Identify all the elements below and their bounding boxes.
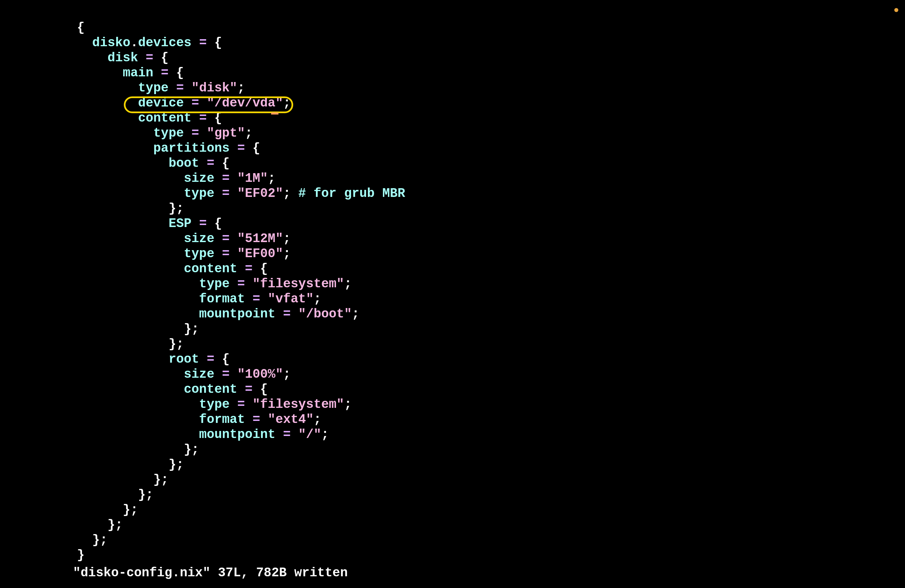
code-line[interactable]: type = "gpt"; — [0, 126, 905, 141]
code-line[interactable]: }; — [0, 502, 905, 517]
code-line[interactable]: ESP = { — [0, 216, 905, 231]
code-line[interactable]: }; — [0, 532, 905, 547]
code-line[interactable]: format = "vfat"; — [0, 291, 905, 307]
code-line[interactable]: type = "EF00"; — [0, 246, 905, 261]
code-line[interactable]: }; — [0, 442, 905, 457]
code-line[interactable]: } — [0, 547, 905, 563]
code-line[interactable]: type = "filesystem"; — [0, 397, 905, 412]
code-line[interactable]: size = "512M"; — [0, 231, 905, 246]
code-line[interactable]: }; — [0, 201, 905, 216]
code-line[interactable]: mountpoint = "/"; — [0, 427, 905, 442]
code-line[interactable]: }; — [0, 487, 905, 502]
code-line[interactable]: format = "ext4"; — [0, 412, 905, 427]
code-line[interactable]: size = "100%"; — [0, 367, 905, 382]
annotation-highlight-oval — [124, 97, 293, 113]
code-line[interactable]: main = { — [0, 65, 905, 80]
text-cursor — [271, 113, 278, 114]
code-line[interactable]: type = "EF02"; # for grub MBR — [0, 186, 905, 201]
vim-status-line: "disko-config.nix" 37L, 782B written — [0, 566, 348, 580]
code-line[interactable]: boot = { — [0, 156, 905, 171]
code-line[interactable]: type = "disk"; — [0, 80, 905, 95]
code-line[interactable]: content = { — [0, 382, 905, 397]
code-line[interactable]: disko.devices = { — [0, 35, 905, 50]
code-line[interactable]: }; — [0, 457, 905, 472]
code-line[interactable]: }; — [0, 472, 905, 487]
code-line[interactable]: }; — [0, 337, 905, 351]
status-indicator-icon — [894, 8, 898, 12]
code-line[interactable]: disk = { — [0, 50, 905, 65]
code-line[interactable]: { — [0, 20, 905, 35]
code-line[interactable]: type = "filesystem"; — [0, 276, 905, 291]
code-line[interactable]: }; — [0, 517, 905, 532]
code-editor[interactable]: { disko.devices = { disk = { main = { ty… — [0, 0, 905, 588]
code-line[interactable]: content = { — [0, 261, 905, 276]
code-line[interactable]: root = { — [0, 351, 905, 367]
code-line[interactable]: partitions = { — [0, 141, 905, 156]
code-line[interactable]: }; — [0, 321, 905, 337]
code-line[interactable]: mountpoint = "/boot"; — [0, 307, 905, 321]
code-line[interactable]: size = "1M"; — [0, 171, 905, 186]
